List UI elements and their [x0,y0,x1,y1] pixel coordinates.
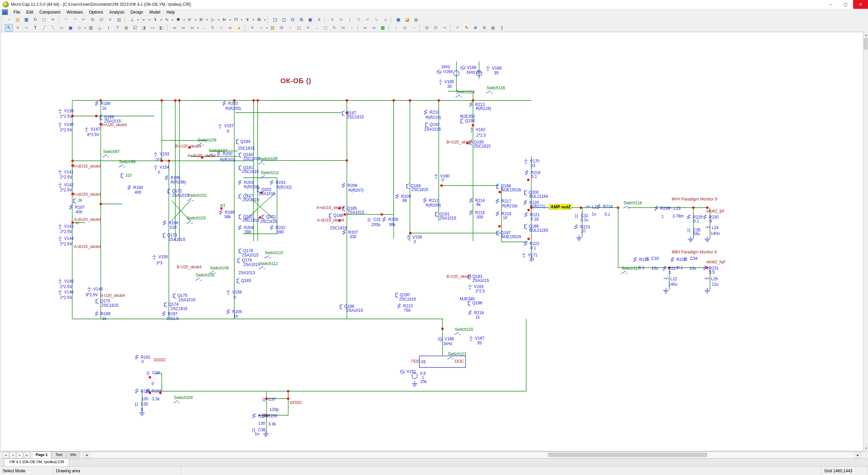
schematic-label[interactable]: 2SA1015 [242,253,258,258]
schematic-label[interactable]: 130 [258,421,265,426]
undo-button[interactable]: ↶ [62,16,70,23]
schematic-label[interactable]: Switch114 [456,90,474,94]
schematic-label[interactable]: V145 [64,279,74,284]
schematic-label[interactable]: V144 [64,236,74,241]
schematic-label[interactable]: Q201 [266,215,276,219]
sine-source-component-dropdown-icon[interactable]: ▼ [263,16,266,23]
schematic-label[interactable]: 510 [170,225,177,230]
schematic-label[interactable]: R(R204) [244,185,259,189]
schematic-label[interactable]: 68 [402,198,407,203]
schematic-label[interactable]: V167 [475,336,485,341]
schematic-label[interactable]: J9 [78,198,82,203]
schematic-label[interactable]: R(R232) [276,185,292,190]
ground-component-button[interactable]: ⊥ [128,16,136,23]
schematic-label[interactable]: 140u [668,282,677,287]
buffer-component-button[interactable]: ⊳ [220,16,229,23]
schematic-label[interactable]: 2SA1015 [242,198,259,202]
schematic-label[interactable]: Switch103 [187,216,205,221]
schematic-label[interactable]: V153 [160,152,169,156]
calculator-button[interactable]: # [315,16,323,23]
schematic-label[interactable]: Q188 [333,213,343,218]
schematic-label[interactable]: C37 [268,397,276,402]
paste-button[interactable]: ⊟ [97,16,105,23]
schematic-label[interactable]: 1k [234,314,238,319]
schematic-label[interactable]: 38k [224,215,231,219]
schematic-label[interactable]: R234 [258,414,268,418]
find-tool-button[interactable]: ∞ [361,24,369,32]
tab-page-1[interactable]: Page 1 [32,452,51,459]
schematic-label[interactable]: 1 [669,270,671,275]
move-cross-button[interactable]: ✛ [248,24,256,32]
scope-tool-button[interactable]: ⊿ [381,16,389,23]
minimize-button[interactable]: – [823,0,838,9]
schematic-label[interactable]: 3.3k [268,422,276,426]
flag-mode-button[interactable]: ◬ [96,24,104,32]
schematic-label[interactable]: 2SA1015 [243,263,260,267]
schematic-label[interactable]: Switch102 [188,193,206,198]
schematic-label[interactable]: 1k [102,317,106,321]
schematic-label[interactable]: A+dU20_okob4 [73,192,101,197]
schematic-label[interactable]: A-dU15_okob4 [74,245,101,249]
mirror-vertical-button[interactable]: ↕ [348,24,356,32]
capacitor-component-button[interactable]: ǁ [151,16,159,23]
open-file-button[interactable]: ▤ [14,16,22,23]
schematic-label[interactable]: A-dU20_okob4 [74,217,101,222]
schematic-label[interactable]: L23 [674,206,680,211]
mixed-mode-button[interactable]: ∥ [498,24,506,32]
scroll-right-icon[interactable]: ▶ [855,452,861,458]
schematic-label[interactable]: 1011.5 [166,317,179,321]
schematic-label[interactable]: R187 [75,205,85,210]
text-mode-button[interactable]: T [31,24,39,32]
schematic-label[interactable]: 390 [244,230,251,234]
schematic-label[interactable]: V143 [64,224,74,229]
browser-mode-button[interactable]: ◍ [122,24,130,32]
schematic-label[interactable]: 100 [141,397,148,401]
schematic-label[interactable]: 2SC1815 [101,303,118,308]
schematic-label[interactable]: 2*2.5V [60,242,72,246]
file-tab[interactable]: УЖ 4.1 (ОК-ОБ УМ, тройка).CIR [4,458,69,467]
zoom-out-button[interactable]: ⊖ [480,24,488,32]
diagonal-wire-mode-button[interactable]: ╲ [49,24,57,32]
schematic-label[interactable]: R228 [676,258,686,262]
schematic-label[interactable]: 6 [710,219,712,224]
pulse-source-component-button[interactable]: ⊓ [232,16,240,23]
schematic-label[interactable]: V168 [467,65,476,70]
schematic-label[interactable]: V155 [158,255,168,259]
schematic-label[interactable]: 1k [475,315,480,320]
schematic-label[interactable]: 2SC1815 [330,226,347,230]
schematic-label[interactable]: V159 [412,235,422,240]
schematic-label[interactable]: 10u [689,266,696,271]
schematic-label[interactable]: Q194 [465,119,475,123]
enable-checkbox-button[interactable]: ☑ [131,24,139,32]
schematic-label[interactable]: 0.1 [693,219,699,224]
schematic-title[interactable]: ОК-ОБ () [280,77,311,85]
schematic-label[interactable]: R(R218) [502,204,517,208]
schematic-label[interactable]: R188 [101,101,111,106]
schematic-label[interactable]: R(R216) [476,107,491,111]
schematic-label[interactable]: Q184 [240,139,250,144]
menu-design[interactable]: Design [127,9,146,15]
schematic-label[interactable]: 35 [477,341,481,345]
schematic-label[interactable]: V164 [443,70,453,74]
border-tool-button[interactable]: ▭ [149,24,157,32]
schematic-label[interactable]: 0 [141,407,143,412]
ground-component-dropdown-icon[interactable]: ▼ [137,16,139,23]
node-snap-button[interactable]: ⊙ [75,24,83,32]
maximize-window-button[interactable]: ▣ [306,16,314,23]
schematic-label[interactable]: 2SA1015 [346,308,363,313]
npn-transistor-component-dropdown-icon[interactable]: ▼ [194,16,197,23]
schematic-label[interactable]: 0.1 [677,266,683,270]
close-button[interactable]: ✕ [853,0,868,9]
schematic-label[interactable]: 0 [441,178,444,183]
grid-toggle-dropdown-icon[interactable]: ▼ [265,24,268,31]
rotate-tool-button[interactable]: ↻ [330,24,338,32]
mos-transistor-component-button[interactable]: ⊮ [197,16,205,23]
schematic-label[interactable]: V141 [64,170,74,174]
shape-editor-button[interactable]: ✐ [363,16,372,23]
cascade-windows-button[interactable]: ◳ [271,16,279,23]
schematic-label[interactable]: 0 [414,240,416,244]
schematic-label[interactable]: V157 [224,124,234,128]
schematic-label[interactable]: 0.1 [639,266,645,270]
schematic-label[interactable]: V165 [445,80,454,84]
schematic-label[interactable]: 3.78m [672,214,684,218]
